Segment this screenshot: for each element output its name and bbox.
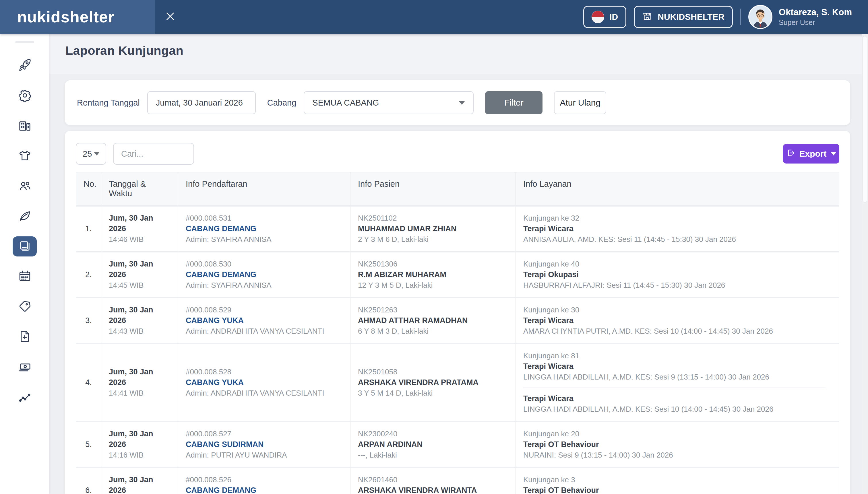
visits-table: No. Tanggal & Waktu Info Pendaftaran Inf… — [76, 172, 839, 494]
branch-label: Cabang — [267, 98, 296, 108]
sidebar-item-money[interactable] — [13, 357, 37, 377]
col-datetime: Tanggal & Waktu — [101, 172, 178, 205]
service-name: Terapi OT Behaviour — [523, 485, 832, 494]
patient-name: ARSHAKA VIRENDRA WIRANTA — [358, 485, 508, 494]
service-name: Terapi Wicara — [523, 393, 832, 404]
visit-date: Jum, 30 Jan 2026 — [109, 429, 170, 450]
table-row: 5.Jum, 30 Jan 202614:16 WIB#000.008.527C… — [76, 421, 839, 467]
export-label: Export — [799, 149, 826, 159]
date-range-label: Rentang Tanggal — [77, 98, 140, 108]
date-range-input[interactable]: Jumat, 30 Januari 2026 — [147, 91, 256, 114]
cell-registration: #000.008.530CABANG DEMANGAdmin: SYAFIRA … — [178, 252, 350, 297]
visit-time: 14:45 WIB — [109, 280, 170, 291]
row-number: 6. — [76, 468, 101, 494]
cell-patient: NK2601460ARSHAKA VIRENDRA WIRANTA6 Y 1 M… — [350, 468, 516, 494]
visit-date: Jum, 30 Jan 2026 — [109, 367, 170, 388]
patient-info: 6 Y 8 M 3 D, Laki-laki — [358, 326, 508, 337]
chevron-down-icon — [831, 152, 836, 155]
sidebar-item-book-report[interactable] — [13, 236, 37, 256]
cell-service: Kunjungan ke 3Terapi OT BehaviourVIOLA D… — [516, 468, 839, 494]
visit-count: Kunjungan ke 32 — [523, 213, 832, 224]
sidebar-item-file-plus[interactable] — [13, 327, 37, 347]
cell-datetime: Jum, 30 Jan 202614:09 WIB — [101, 468, 178, 494]
sidebar-item-gear[interactable] — [13, 86, 37, 106]
sidebar-item-leaf[interactable] — [13, 206, 37, 226]
registration-number: #000.008.528 — [186, 367, 343, 377]
patient-info: 3 Y 5 M 14 D, Laki-laki — [358, 388, 508, 398]
sidebar-item-calendar[interactable] — [13, 266, 37, 287]
service-name: Terapi Wicara — [523, 315, 832, 326]
table-row: 3.Jum, 30 Jan 202614:43 WIB#000.008.529C… — [76, 297, 839, 343]
sidebar-item-users[interactable] — [13, 176, 37, 196]
row-number: 4. — [76, 344, 101, 421]
patient-number: NK2501263 — [358, 305, 508, 315]
visit-date: Jum, 30 Jan 2026 — [109, 213, 170, 234]
cell-service: Kunjungan ke 32Terapi WicaraANNISA AULIA… — [516, 207, 839, 251]
app-logo: nukidshelter — [17, 8, 114, 26]
patient-number: NK2501058 — [358, 367, 508, 377]
registration-number: #000.008.529 — [186, 305, 343, 315]
page-size-select[interactable]: 25 — [76, 143, 106, 165]
sidebar-item-building[interactable] — [13, 116, 37, 136]
admin-name: Admin: PUTRI AYU WANDIRA — [186, 450, 343, 460]
visit-count: Kunjungan ke 3 — [523, 475, 832, 485]
tenant-name: NUKIDSHELTER — [658, 12, 724, 22]
cell-patient: NK2501058ARSHAKA VIRENDRA PRATAMA3 Y 5 M… — [350, 344, 516, 421]
patient-number: NK2601460 — [358, 475, 508, 485]
user-info: Oktareza, S. Kom Super User — [779, 7, 852, 27]
cell-datetime: Jum, 30 Jan 202614:45 WIB — [101, 252, 178, 297]
patient-info: 2 Y 3 M 6 D, Laki-laki — [358, 234, 508, 245]
language-selector[interactable]: ID — [583, 6, 626, 28]
branch-link[interactable]: CABANG SUDIRMAN — [186, 439, 343, 450]
sidebar-item-tag[interactable] — [13, 297, 37, 317]
service-name: Terapi Okupasi — [523, 269, 832, 280]
cell-service: Kunjungan ke 81Terapi WicaraLINGGA HADI … — [516, 344, 839, 421]
visit-count: Kunjungan ke 20 — [523, 429, 832, 439]
patient-name: ARSHAKA VIRENDRA PRATAMA — [358, 377, 508, 388]
registration-number: #000.008.531 — [186, 213, 343, 224]
table-controls: 25 Export — [76, 143, 839, 165]
row-number: 5. — [76, 422, 101, 467]
sidebar-item-shirt[interactable] — [13, 146, 37, 166]
visit-count: Kunjungan ke 81 — [523, 350, 832, 361]
service-detail: LINGGA HADI ABDILLAH, A.MD. KES: Sesi 10… — [523, 404, 832, 415]
leaf-icon — [18, 209, 32, 224]
branch-link[interactable]: CABANG DEMANG — [186, 485, 343, 494]
branch-link[interactable]: CABANG YUKA — [186, 377, 343, 388]
sidebar-item-analytics[interactable] — [13, 387, 37, 407]
col-service: Info Layanan — [516, 172, 839, 205]
visit-time: 14:16 WIB — [109, 450, 170, 460]
branch-select[interactable]: SEMUA CABANG — [304, 91, 474, 114]
branch-link[interactable]: CABANG YUKA — [186, 315, 343, 326]
patient-number: NK2501306 — [358, 259, 508, 269]
sidebar-item-rocket[interactable] — [13, 56, 37, 76]
visit-count: Kunjungan ke 30 — [523, 305, 832, 315]
patient-info: ---, Laki-laki — [358, 450, 508, 460]
brand-band: nukidshelter — [0, 0, 155, 34]
users-icon — [18, 179, 32, 194]
user-menu[interactable]: Oktareza, S. Kom Super User — [748, 5, 852, 29]
branch-link[interactable]: CABANG DEMANG — [186, 269, 343, 280]
registration-number: #000.008.530 — [186, 259, 343, 269]
row-number: 2. — [76, 252, 101, 297]
reset-button[interactable]: Atur Ulang — [554, 91, 606, 114]
topbar-right: ID NUKIDSHELTER — [583, 5, 868, 29]
topbar-divider — [740, 8, 741, 25]
service-detail: LINGGA HADI ABDILLAH, A.MD. KES: Sesi 9 … — [523, 372, 832, 382]
patient-name: ARPAN ARDINAN — [358, 439, 508, 450]
scrollbar-thumb[interactable] — [863, 36, 867, 203]
analytics-icon — [18, 390, 32, 404]
tenant-selector[interactable]: NUKIDSHELTER — [634, 6, 733, 28]
sidebar-toggle-button[interactable] — [162, 8, 179, 25]
export-button[interactable]: Export — [783, 144, 839, 164]
user-role: Super User — [779, 18, 852, 27]
cell-patient: NK2501102MUHAMMAD UMAR ZHIAN2 Y 3 M 6 D,… — [350, 207, 516, 251]
search-input[interactable] — [113, 143, 194, 165]
filter-button[interactable]: Filter — [485, 91, 542, 114]
page-title: Laporan Kunjungan — [66, 44, 183, 58]
service-divider — [523, 387, 826, 388]
branch-link[interactable]: CABANG DEMANG — [186, 224, 343, 234]
sidebar — [0, 34, 49, 494]
patient-info: 12 Y 3 M 5 D, Laki-laki — [358, 280, 508, 291]
close-icon — [165, 11, 176, 23]
